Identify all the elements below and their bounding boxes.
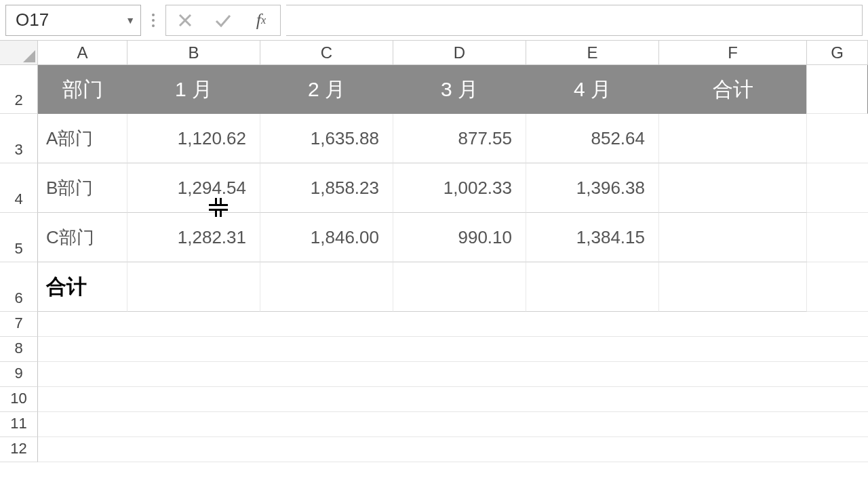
header-m2[interactable]: 2 月 — [260, 65, 393, 114]
select-all-corner[interactable] — [0, 41, 38, 65]
cell[interactable] — [38, 387, 868, 412]
col-header-B[interactable]: B — [127, 41, 260, 64]
cell-value[interactable]: 1,384.15 — [526, 213, 659, 262]
col-header-E[interactable]: E — [526, 41, 659, 64]
table-row: 10 — [0, 387, 868, 412]
cell[interactable] — [807, 163, 868, 213]
header-m1[interactable]: 1 月 — [127, 65, 260, 114]
name-box-value: O17 — [16, 9, 49, 30]
cell-value[interactable]: 1,858.23 — [260, 163, 393, 213]
cell-value[interactable]: 1,294.54 — [127, 163, 260, 213]
cell[interactable] — [807, 262, 868, 312]
cell-dept[interactable]: A部门 — [38, 114, 127, 163]
row-header-7[interactable]: 7 — [0, 312, 38, 337]
cell[interactable] — [260, 262, 393, 312]
row-header-2[interactable]: 2 — [0, 65, 38, 114]
col-header-F[interactable]: F — [659, 41, 807, 64]
table-row: 6 合计 — [0, 262, 868, 312]
table-row: 12 — [0, 437, 868, 462]
cell[interactable] — [807, 65, 868, 114]
header-dept[interactable]: 部门 — [38, 65, 127, 114]
header-m3[interactable]: 3 月 — [393, 65, 526, 114]
cell[interactable] — [38, 337, 868, 362]
row-header-9[interactable]: 9 — [0, 362, 38, 387]
cell[interactable] — [526, 262, 659, 312]
cell-value[interactable]: 852.64 — [526, 114, 659, 163]
cell-value[interactable]: 1,846.00 — [260, 213, 393, 262]
table-row: 5 C部门 1,282.31 1,846.00 990.10 1,384.15 — [0, 213, 868, 262]
cell[interactable] — [127, 262, 260, 312]
cell[interactable] — [807, 114, 868, 163]
col-header-D[interactable]: D — [393, 41, 526, 64]
col-header-C[interactable]: C — [260, 41, 393, 64]
cell-dept[interactable]: B部门 — [38, 163, 127, 213]
table-row: 4 B部门 1,294.54 1,858.23 1,002.33 1,396.3… — [0, 163, 868, 213]
col-header-G[interactable]: G — [807, 41, 868, 64]
cell[interactable] — [807, 213, 868, 262]
rows-area: 2 部门 1 月 2 月 3 月 4 月 合计 3 A部门 1,120.62 1… — [0, 65, 868, 462]
row-header-5[interactable]: 5 — [0, 213, 38, 262]
cell-value[interactable]: 1,282.31 — [127, 213, 260, 262]
row-header-10[interactable]: 10 — [0, 387, 38, 412]
cell-value[interactable]: 1,396.38 — [526, 163, 659, 213]
cancel-icon[interactable] — [166, 5, 204, 35]
table-row: 2 部门 1 月 2 月 3 月 4 月 合计 — [0, 65, 868, 114]
cell[interactable] — [38, 362, 868, 387]
cell[interactable] — [38, 437, 868, 462]
row-header-8[interactable]: 8 — [0, 337, 38, 362]
formula-input[interactable] — [286, 5, 863, 36]
cell-total[interactable] — [659, 163, 807, 213]
row-header-11[interactable]: 11 — [0, 412, 38, 437]
cell-value[interactable]: 877.55 — [393, 114, 526, 163]
col-header-A[interactable]: A — [38, 41, 127, 64]
row-header-3[interactable]: 3 — [0, 114, 38, 163]
table-row: 8 — [0, 337, 868, 362]
formula-bar: O17 ▼ fx — [0, 0, 868, 41]
table-row: 3 A部门 1,120.62 1,635.88 877.55 852.64 — [0, 114, 868, 163]
row-header-4[interactable]: 4 — [0, 163, 38, 213]
enter-icon[interactable] — [204, 5, 242, 35]
row-header-6[interactable]: 6 — [0, 262, 38, 312]
table-row: 7 — [0, 312, 868, 337]
column-headers: A B C D E F G — [0, 41, 868, 65]
cell-total[interactable] — [659, 114, 807, 163]
cell-total[interactable] — [659, 213, 807, 262]
cell-value[interactable]: 1,002.33 — [393, 163, 526, 213]
cell-dept[interactable]: C部门 — [38, 213, 127, 262]
cell[interactable] — [659, 262, 807, 312]
cell-total-label[interactable]: 合计 — [38, 262, 127, 312]
formula-buttons: fx — [165, 5, 281, 36]
chevron-down-icon[interactable]: ▼ — [125, 15, 135, 26]
spreadsheet-grid[interactable]: A B C D E F G 2 部门 1 月 2 月 3 月 4 月 合计 3 … — [0, 41, 868, 462]
cell-value[interactable]: 1,635.88 — [260, 114, 393, 163]
row-header-12[interactable]: 12 — [0, 437, 38, 462]
cell-value[interactable]: 990.10 — [393, 213, 526, 262]
cell[interactable] — [38, 412, 868, 437]
table-row: 9 — [0, 362, 868, 387]
table-row: 11 — [0, 412, 868, 437]
header-m4[interactable]: 4 月 — [526, 65, 659, 114]
cell-value[interactable]: 1,120.62 — [127, 114, 260, 163]
fx-icon[interactable]: fx — [242, 5, 280, 35]
cell[interactable] — [393, 262, 526, 312]
name-box[interactable]: O17 ▼ — [5, 5, 141, 36]
cell[interactable] — [38, 312, 868, 337]
header-total[interactable]: 合计 — [659, 65, 807, 114]
separator-dots-icon — [146, 14, 160, 27]
